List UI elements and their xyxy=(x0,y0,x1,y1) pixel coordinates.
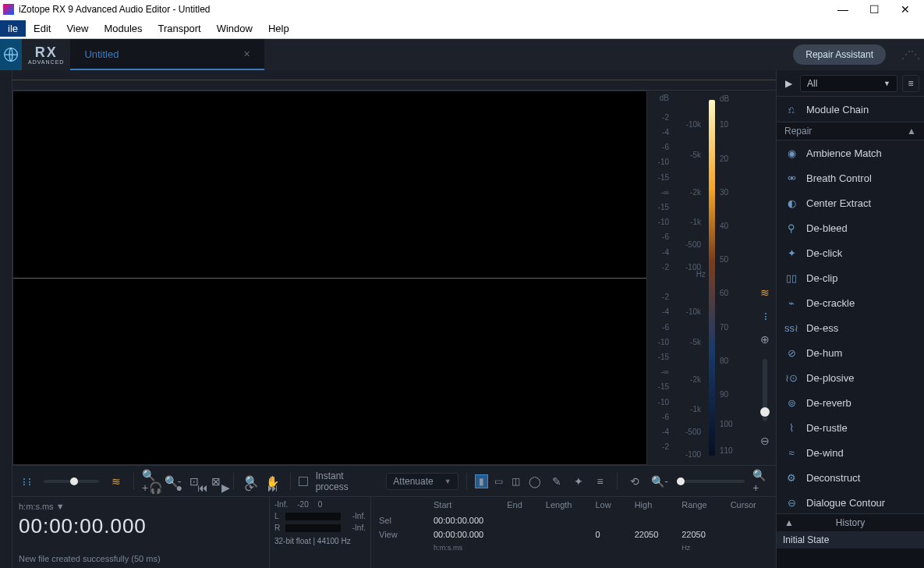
waveform-canvas[interactable] xyxy=(12,91,647,465)
wand-select-icon[interactable]: ✦ xyxy=(569,472,588,491)
zoom-in-icon[interactable]: ⊕ xyxy=(758,332,772,346)
time-format-button[interactable]: h:m:s.ms ▼ xyxy=(19,502,147,511)
module-de-click[interactable]: ✦De-click xyxy=(777,240,924,265)
high-value[interactable]: 22050 xyxy=(635,530,659,539)
toolbar: ⫶⫶ ≋ 🔍+ 🔍- ⊡ ⊠ 🔍 ✋ Instant process Atten… xyxy=(12,465,776,496)
close-button[interactable]: ✕ xyxy=(890,0,921,19)
module-center-extract[interactable]: ◐Center Extract xyxy=(777,190,924,215)
section-repair[interactable]: Repair▲ xyxy=(777,122,924,140)
record-icon[interactable]: ● xyxy=(170,478,189,497)
window-title: iZotope RX 9 Advanced Audio Editor - Unt… xyxy=(19,4,210,15)
loop-icon[interactable]: ⟳ xyxy=(240,478,259,497)
rewind-icon[interactable]: ⏮ xyxy=(193,478,212,497)
history-header[interactable]: ▲ History xyxy=(777,514,924,531)
zoom-out-icon[interactable]: ⊖ xyxy=(758,434,772,448)
repair-assistant-button[interactable]: Repair Assistant xyxy=(793,44,886,65)
sel-start[interactable]: 00:00:00.000 xyxy=(434,516,483,525)
time-select-icon[interactable]: ▮ xyxy=(475,474,489,488)
module-dialogue-contour[interactable]: ⊖Dialogue Contour xyxy=(777,490,924,513)
module-de-bleed[interactable]: ⚲De-bleed xyxy=(777,215,924,240)
module-icon: ▯▯ xyxy=(784,271,798,285)
spectro-display-icon[interactable]: ≋ xyxy=(107,472,126,491)
module-menu-icon[interactable]: ≡ xyxy=(902,75,919,92)
menu-window[interactable]: Window xyxy=(209,20,260,37)
view-start[interactable]: 00:00:00.000 xyxy=(434,530,483,539)
module-de-wind[interactable]: ≈De-wind xyxy=(777,440,924,465)
instant-process-label: Instant process xyxy=(316,470,379,492)
freeform-select-icon[interactable]: ◫ xyxy=(508,474,522,488)
menu-edit[interactable]: Edit xyxy=(26,20,58,37)
forward-icon[interactable]: ⏭ xyxy=(264,478,282,497)
menubar: ile Edit View Modules Transport Window H… xyxy=(0,19,924,39)
minimize-button[interactable]: — xyxy=(827,0,859,19)
brand: RX ADVANCED xyxy=(22,45,70,65)
module-chain[interactable]: ⎌ Module Chain xyxy=(777,97,924,122)
logo-icon xyxy=(0,39,22,70)
brand-text: RX xyxy=(35,45,58,59)
module-icon: ss≀ xyxy=(784,321,798,335)
menu-file[interactable]: ile xyxy=(0,20,26,37)
module-breath-control[interactable]: ⚮Breath Control xyxy=(777,165,924,190)
preview-play-icon[interactable]: ▶ xyxy=(781,76,795,91)
tab-title: Untitled xyxy=(84,48,119,60)
spectro-toggle-icon[interactable]: ≋ xyxy=(758,286,772,300)
hzoom-slider[interactable] xyxy=(677,480,745,483)
low-value[interactable]: 0 xyxy=(595,530,611,539)
audio-format: 32-bit float | 44100 Hz xyxy=(274,537,366,545)
menu-view[interactable]: View xyxy=(58,20,96,37)
range-value[interactable]: 22050 xyxy=(681,530,706,539)
module-icon: ⌁ xyxy=(784,296,798,310)
module-icon: ◉ xyxy=(784,146,798,160)
instant-process-checkbox[interactable] xyxy=(299,477,308,486)
module-de-rustle[interactable]: ⌇De-rustle xyxy=(777,415,924,440)
colormap: dB 10 20 30 40 50 60 70 80 90 100 110 xyxy=(707,91,754,465)
history-panel: ▲ History Initial State xyxy=(777,513,924,568)
module-de-hum[interactable]: ⊘De-hum xyxy=(777,340,924,365)
brush-select-icon[interactable]: ✎ xyxy=(547,472,566,491)
menu-modules[interactable]: Modules xyxy=(96,20,150,37)
module-icon: ⊘ xyxy=(784,346,798,360)
waveform-toggle-icon[interactable]: ⫶ xyxy=(758,309,772,323)
history-expand-icon[interactable]: ▲ xyxy=(784,517,794,528)
hzoom-in-icon[interactable]: 🔍+ xyxy=(752,472,771,491)
bottombar: h:m:s.ms ▼ 00:00:00.000 🎧 ● ⏮ ▶ ⟳ ⏭ New … xyxy=(12,496,776,568)
module-icon: ⚲ xyxy=(784,221,798,235)
history-item[interactable]: Initial State xyxy=(777,531,924,548)
play-icon[interactable]: ▶ xyxy=(217,478,235,497)
module-filter-combo[interactable]: All▼ xyxy=(800,75,897,92)
batch-icon[interactable]: ⋰⋱ xyxy=(897,49,924,60)
transport: 🎧 ● ⏮ ▶ ⟳ ⏭ xyxy=(147,478,282,497)
lasso-select-icon[interactable]: ◯ xyxy=(526,472,544,491)
harmonic-select-icon[interactable]: ≡ xyxy=(591,472,610,491)
wave-display-icon[interactable]: ⫶⫶ xyxy=(17,472,36,491)
headphone-icon[interactable]: 🎧 xyxy=(147,478,165,497)
db-scale: dB -2 -4 -6 -10 -15 -∞ -15 -10 -6 -4 -2 … xyxy=(647,91,672,465)
status-text: New file created successfully (50 ms) xyxy=(19,554,263,563)
module-ambience-match[interactable]: ◉Ambience Match xyxy=(777,140,924,165)
meters-panel: -Inf. -20 0 L -Inf. R -Inf. 32-bit float… xyxy=(270,497,371,568)
tab-untitled[interactable]: Untitled × xyxy=(70,39,264,70)
module-de-clip[interactable]: ▯▯De-clip xyxy=(777,265,924,290)
module-icon: ◐ xyxy=(784,196,798,210)
menu-transport[interactable]: Transport xyxy=(150,20,209,37)
tab-close-icon[interactable]: × xyxy=(243,48,250,60)
module-de-ess[interactable]: ss≀De-ess xyxy=(777,315,924,340)
module-deconstruct[interactable]: ⚙Deconstruct xyxy=(777,465,924,490)
module-list[interactable]: ⎌ Module Chain Repair▲ ◉Ambience Match⚮B… xyxy=(777,97,924,513)
menu-help[interactable]: Help xyxy=(260,20,297,37)
process-combo[interactable]: Attenuate▼ xyxy=(386,473,458,490)
maximize-button[interactable]: ☐ xyxy=(859,0,890,19)
time-ruler[interactable] xyxy=(12,70,776,91)
hzoom-out-icon[interactable]: 🔍- xyxy=(650,472,669,491)
deselect-icon[interactable]: ⟲ xyxy=(625,472,644,491)
module-de-reverb[interactable]: ⊚De-reverb xyxy=(777,390,924,415)
module-de-crackle[interactable]: ⌁De-crackle xyxy=(777,290,924,315)
display-blend-slider[interactable] xyxy=(44,480,99,483)
module-de-plosive[interactable]: ≀⊙De-plosive xyxy=(777,365,924,390)
rect-select-icon[interactable]: ▭ xyxy=(491,474,505,488)
amplitude-slider[interactable] xyxy=(763,359,767,421)
module-icon: ⊖ xyxy=(784,495,798,509)
module-icon: ≀⊙ xyxy=(784,371,798,385)
selection-panel: Sel View Start 00:00:00.000 00:00:00.000… xyxy=(371,497,776,568)
chain-icon: ⎌ xyxy=(784,102,798,116)
